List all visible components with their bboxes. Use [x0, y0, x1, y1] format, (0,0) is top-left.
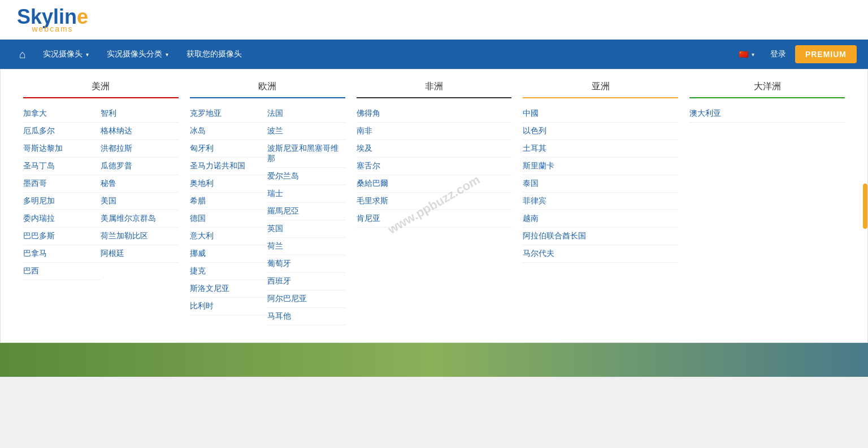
bottom-image-strip — [0, 343, 868, 377]
list-item[interactable]: 比利时 — [190, 298, 267, 315]
country-cols-europe: 克罗地亚冰岛匈牙利圣马力诺共和国奥地利希腊德国意大利挪威捷克斯洛文尼亚比利时法国… — [190, 105, 345, 325]
list-item[interactable]: 佛得角 — [357, 105, 512, 123]
country-sub-col-asia-0: 中國以色列土耳其斯里蘭卡泰国菲律宾越南阿拉伯联合酋长国马尔代夫 — [523, 105, 678, 263]
logo[interactable]: Skyline webcams — [17, 7, 88, 33]
list-item[interactable]: 波兰 — [267, 123, 345, 140]
list-item[interactable]: 法国 — [267, 105, 345, 123]
region-header-europe: 欧洲 — [190, 81, 345, 98]
list-item[interactable]: 羅馬尼亞 — [267, 203, 345, 220]
list-item[interactable]: 毛里求斯 — [357, 193, 512, 210]
list-item[interactable]: 挪威 — [190, 245, 267, 263]
list-item[interactable]: 塞舌尔 — [357, 158, 512, 175]
list-item[interactable]: 意大利 — [190, 228, 267, 245]
list-item[interactable]: 南非 — [357, 123, 512, 140]
list-item[interactable]: 斯洛文尼亚 — [190, 280, 267, 298]
region-header-africa: 非洲 — [357, 81, 512, 98]
list-item[interactable]: 波斯尼亚和黑塞哥维那 — [267, 140, 345, 168]
region-header-americas: 美洲 — [23, 81, 179, 98]
logo-webcams: webcams — [17, 25, 88, 33]
region-col-africa: 非洲佛得角南非埃及塞舌尔桑給巴爾毛里求斯肯尼亚 — [351, 81, 518, 325]
list-item[interactable]: 冰岛 — [190, 123, 267, 140]
list-item[interactable]: 葡萄牙 — [267, 255, 345, 273]
list-item[interactable]: 菲律宾 — [523, 193, 678, 210]
region-col-europe: 欧洲克罗地亚冰岛匈牙利圣马力诺共和国奥地利希腊德国意大利挪威捷克斯洛文尼亚比利时… — [184, 81, 351, 325]
nav-get-camera-label: 获取您的摄像头 — [186, 49, 242, 59]
region-header-oceania: 大洋洲 — [689, 81, 845, 98]
region-header-asia: 亚洲 — [523, 81, 678, 98]
country-sub-col-americas-1: 智利格林纳达洪都拉斯瓜德罗普秘鲁美国美属维尔京群岛荷兰加勒比区阿根廷 — [101, 105, 178, 280]
list-item[interactable]: 加拿大 — [23, 105, 101, 123]
list-item[interactable]: 斯里蘭卡 — [523, 158, 678, 175]
list-item[interactable]: 瑞士 — [267, 185, 345, 203]
list-item[interactable]: 哥斯达黎加 — [23, 140, 101, 158]
list-item[interactable]: 委内瑞拉 — [23, 210, 101, 228]
list-item[interactable]: 德国 — [190, 210, 267, 228]
nav-home-button[interactable]: ⌂ — [11, 40, 34, 69]
list-item[interactable]: 泰国 — [523, 175, 678, 193]
chevron-down-icon: ▾ — [86, 51, 89, 58]
list-item[interactable]: 美国 — [101, 193, 178, 210]
region-col-americas: 美洲加拿大厄瓜多尔哥斯达黎加圣马丁岛墨西哥多明尼加委内瑞拉巴巴多斯巴拿马巴西智利… — [18, 81, 184, 325]
list-item[interactable]: 多明尼加 — [23, 193, 101, 210]
header: Skyline webcams — [0, 0, 868, 40]
country-sub-col-europe-0: 克罗地亚冰岛匈牙利圣马力诺共和国奥地利希腊德国意大利挪威捷克斯洛文尼亚比利时 — [190, 105, 267, 325]
list-item[interactable]: 爱尔兰岛 — [267, 168, 345, 185]
list-item[interactable]: 西班牙 — [267, 273, 345, 290]
list-item[interactable]: 土耳其 — [523, 140, 678, 158]
list-item[interactable]: 捷克 — [190, 263, 267, 280]
nav-flag-selector[interactable]: 🇨🇳 ▾ — [732, 50, 761, 59]
nav-premium-button[interactable]: PREMIUM — [795, 45, 857, 63]
list-item[interactable]: 阿根廷 — [101, 245, 178, 263]
list-item[interactable]: 英国 — [267, 220, 345, 238]
list-item[interactable]: 圣马力诺共和国 — [190, 158, 267, 175]
list-item[interactable]: 希腊 — [190, 193, 267, 210]
list-item[interactable]: 匈牙利 — [190, 140, 267, 158]
nav-get-camera[interactable]: 获取您的摄像头 — [177, 40, 251, 69]
list-item[interactable]: 肯尼亚 — [357, 210, 512, 228]
list-item[interactable]: 阿尔巴尼亚 — [267, 290, 345, 308]
country-cols-asia: 中國以色列土耳其斯里蘭卡泰国菲律宾越南阿拉伯联合酋长国马尔代夫 — [523, 105, 678, 263]
nav-login-button[interactable]: 登录 — [761, 49, 795, 59]
list-item[interactable]: 厄瓜多尔 — [23, 123, 101, 140]
nav-cameras-category[interactable]: 实况摄像头分类 ▾ — [98, 40, 177, 69]
list-item[interactable]: 巴巴多斯 — [23, 228, 101, 245]
flag-icon: 🇨🇳 — [739, 50, 748, 59]
list-item[interactable]: 阿拉伯联合酋长国 — [523, 228, 678, 245]
list-item[interactable]: 以色列 — [523, 123, 678, 140]
list-item[interactable]: 瓜德罗普 — [101, 158, 178, 175]
list-item[interactable]: 荷兰 — [267, 238, 345, 255]
list-item[interactable]: 秘鲁 — [101, 175, 178, 193]
chevron-down-icon-2: ▾ — [166, 51, 168, 58]
dropdown-panel: www.ppbuzz.com 美洲加拿大厄瓜多尔哥斯达黎加圣马丁岛墨西哥多明尼加… — [0, 69, 868, 343]
list-item[interactable]: 马尔代夫 — [523, 245, 678, 263]
country-cols-africa: 佛得角南非埃及塞舌尔桑給巴爾毛里求斯肯尼亚 — [357, 105, 512, 228]
region-col-asia: 亚洲中國以色列土耳其斯里蘭卡泰国菲律宾越南阿拉伯联合酋长国马尔代夫 — [517, 81, 684, 325]
list-item[interactable]: 埃及 — [357, 140, 512, 158]
list-item[interactable]: 格林纳达 — [101, 123, 178, 140]
nav-live-cameras[interactable]: 实况摄像头 ▾ — [34, 40, 98, 69]
nav-live-cameras-label: 实况摄像头 — [43, 49, 83, 59]
list-item[interactable]: 荷兰加勒比区 — [101, 228, 178, 245]
nav-cameras-category-label: 实况摄像头分类 — [107, 49, 162, 59]
list-item[interactable]: 马耳他 — [267, 308, 345, 325]
list-item[interactable]: 奥地利 — [190, 175, 267, 193]
list-item[interactable]: 克罗地亚 — [190, 105, 267, 123]
scroll-indicator[interactable] — [863, 184, 867, 229]
list-item[interactable]: 美属维尔京群岛 — [101, 210, 178, 228]
list-item[interactable]: 巴拿马 — [23, 245, 101, 263]
country-sub-col-americas-0: 加拿大厄瓜多尔哥斯达黎加圣马丁岛墨西哥多明尼加委内瑞拉巴巴多斯巴拿马巴西 — [23, 105, 101, 280]
list-item[interactable]: 圣马丁岛 — [23, 158, 101, 175]
country-cols-oceania: 澳大利亚 — [689, 105, 845, 123]
list-item[interactable]: 桑給巴爾 — [357, 175, 512, 193]
country-sub-col-africa-0: 佛得角南非埃及塞舌尔桑給巴爾毛里求斯肯尼亚 — [357, 105, 512, 228]
list-item[interactable]: 巴西 — [23, 263, 101, 280]
list-item[interactable]: 澳大利亚 — [689, 105, 845, 123]
list-item[interactable]: 中國 — [523, 105, 678, 123]
list-item[interactable]: 智利 — [101, 105, 178, 123]
flag-chevron-icon: ▾ — [752, 51, 754, 58]
list-item[interactable]: 墨西哥 — [23, 175, 101, 193]
navbar: ⌂ 实况摄像头 ▾ 实况摄像头分类 ▾ 获取您的摄像头 🇨🇳 ▾ 登录 PREM… — [0, 40, 868, 69]
country-sub-col-oceania-0: 澳大利亚 — [689, 105, 845, 123]
list-item[interactable]: 越南 — [523, 210, 678, 228]
list-item[interactable]: 洪都拉斯 — [101, 140, 178, 158]
